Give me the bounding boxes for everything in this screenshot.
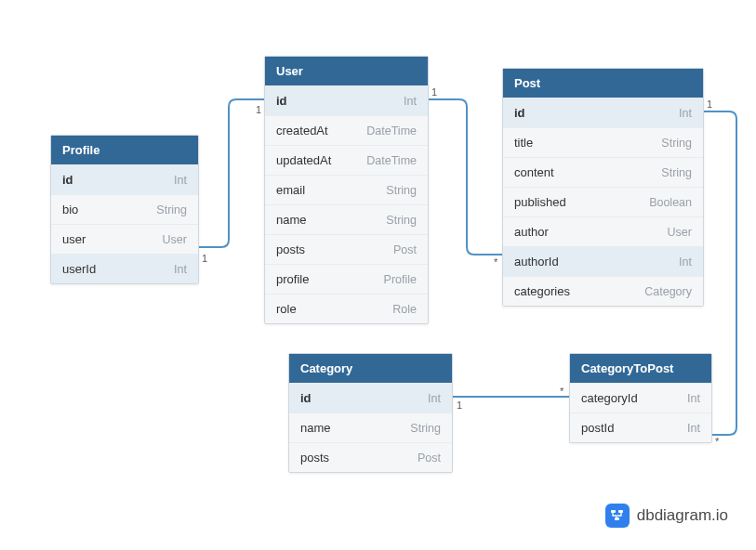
field-type: Profile bbox=[384, 273, 417, 286]
field-name: title bbox=[514, 136, 533, 150]
entity-header: User bbox=[265, 57, 428, 85]
cardinality-label: 1 bbox=[707, 98, 712, 110]
table-row[interactable]: author User bbox=[503, 216, 703, 246]
field-name: email bbox=[276, 183, 305, 197]
table-row[interactable]: postId Int bbox=[570, 412, 711, 442]
entity-categorytopost[interactable]: CategoryToPost categoryId Int postId Int bbox=[569, 353, 712, 443]
table-row[interactable]: id Int bbox=[503, 98, 703, 127]
entity-user[interactable]: User id Int createdAt DateTime updatedAt… bbox=[264, 56, 429, 324]
field-name: id bbox=[276, 94, 287, 108]
field-name: name bbox=[276, 213, 307, 227]
table-row[interactable]: id Int bbox=[265, 85, 428, 115]
field-type: String bbox=[386, 184, 417, 197]
table-row[interactable]: content String bbox=[503, 157, 703, 187]
field-name: authorId bbox=[514, 255, 559, 268]
svg-rect-1 bbox=[618, 510, 623, 513]
field-name: user bbox=[62, 232, 86, 246]
table-row[interactable]: userId Int bbox=[51, 254, 198, 283]
logo-icon bbox=[605, 504, 630, 528]
field-type: User bbox=[163, 233, 187, 246]
table-row[interactable]: role Role bbox=[265, 294, 428, 323]
entity-header: Profile bbox=[51, 136, 198, 164]
field-type: String bbox=[156, 203, 187, 216]
table-row[interactable]: posts Post bbox=[289, 442, 452, 472]
table-row[interactable]: categories Category bbox=[503, 276, 703, 306]
field-type: Int bbox=[687, 422, 700, 435]
table-row[interactable]: user User bbox=[51, 224, 198, 254]
field-name: postId bbox=[581, 421, 614, 435]
table-row[interactable]: published Boolean bbox=[503, 187, 703, 216]
field-type: Post bbox=[393, 243, 417, 256]
table-row[interactable]: profile Profile bbox=[265, 264, 428, 294]
field-name: bio bbox=[62, 203, 78, 216]
table-row[interactable]: title String bbox=[503, 127, 703, 157]
table-row[interactable]: bio String bbox=[51, 194, 198, 224]
field-name: profile bbox=[276, 272, 309, 286]
field-type: Int bbox=[174, 263, 187, 276]
field-type: Boolean bbox=[649, 196, 692, 209]
field-name: content bbox=[514, 165, 554, 179]
field-type: Int bbox=[687, 392, 700, 405]
field-type: Int bbox=[404, 95, 417, 108]
entity-profile[interactable]: Profile id Int bio String user User user… bbox=[50, 135, 199, 284]
field-type: Category bbox=[644, 285, 692, 298]
field-type: String bbox=[661, 166, 692, 179]
table-row[interactable]: createdAt DateTime bbox=[265, 115, 428, 145]
cardinality-label: * bbox=[715, 436, 719, 447]
svg-rect-0 bbox=[611, 510, 616, 513]
field-type: Post bbox=[418, 452, 441, 465]
branding-text: dbdiagram.io bbox=[637, 506, 728, 525]
field-name: published bbox=[514, 195, 566, 209]
field-type: User bbox=[668, 226, 692, 239]
cardinality-label: * bbox=[560, 386, 564, 397]
cardinality-label: * bbox=[494, 256, 497, 268]
table-row[interactable]: id Int bbox=[289, 383, 452, 412]
field-name: updatedAt bbox=[276, 153, 331, 167]
field-type: String bbox=[661, 137, 692, 150]
field-type: Int bbox=[174, 174, 187, 187]
field-type: DateTime bbox=[366, 124, 417, 138]
table-row[interactable]: posts Post bbox=[265, 234, 428, 264]
table-row[interactable]: categoryId Int bbox=[570, 383, 711, 412]
field-type: DateTime bbox=[366, 154, 417, 167]
field-name: id bbox=[300, 391, 312, 405]
field-name: id bbox=[62, 173, 73, 187]
field-name: id bbox=[514, 106, 525, 120]
cardinality-label: 1 bbox=[202, 253, 207, 264]
entity-post[interactable]: Post id Int title String content String … bbox=[502, 68, 704, 307]
field-name: role bbox=[276, 302, 297, 316]
field-type: Role bbox=[392, 303, 417, 316]
entity-header: Category bbox=[289, 354, 452, 383]
field-name: categories bbox=[514, 284, 570, 298]
svg-rect-2 bbox=[615, 517, 619, 520]
entity-category[interactable]: Category id Int name String posts Post bbox=[288, 353, 453, 473]
field-name: author bbox=[514, 225, 549, 239]
cardinality-label: 1 bbox=[256, 104, 261, 115]
field-name: posts bbox=[300, 451, 329, 465]
table-row[interactable]: email String bbox=[265, 175, 428, 204]
entity-header: CategoryToPost bbox=[570, 354, 711, 383]
table-row[interactable]: name String bbox=[289, 412, 452, 442]
field-type: Int bbox=[679, 107, 692, 120]
field-type: String bbox=[386, 214, 417, 227]
field-type: String bbox=[410, 422, 441, 435]
field-type: Int bbox=[428, 392, 441, 405]
table-row[interactable]: authorId Int bbox=[503, 246, 703, 276]
cardinality-label: 1 bbox=[431, 86, 437, 98]
table-row[interactable]: updatedAt DateTime bbox=[265, 145, 428, 175]
diagram-canvas[interactable]: Profile id Int bio String user User user… bbox=[0, 0, 756, 550]
entity-header: Post bbox=[503, 69, 703, 98]
field-name: name bbox=[300, 421, 331, 435]
cardinality-label: 1 bbox=[457, 399, 462, 411]
field-name: userId bbox=[62, 262, 96, 276]
field-name: createdAt bbox=[276, 124, 328, 138]
branding[interactable]: dbdiagram.io bbox=[605, 504, 728, 528]
field-name: categoryId bbox=[581, 391, 638, 405]
field-name: posts bbox=[276, 242, 305, 256]
table-row[interactable]: id Int bbox=[51, 164, 198, 194]
table-row[interactable]: name String bbox=[265, 204, 428, 234]
field-type: Int bbox=[679, 255, 692, 268]
